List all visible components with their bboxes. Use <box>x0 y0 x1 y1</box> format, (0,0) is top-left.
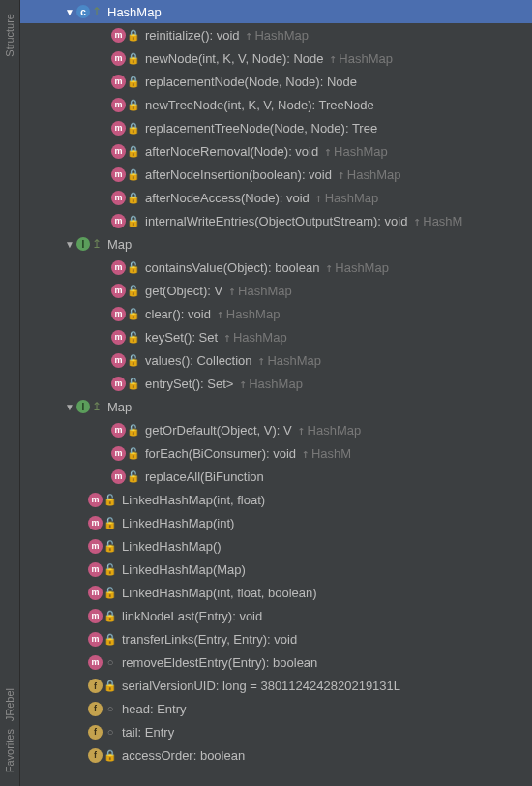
public-icon: 🔓 <box>128 261 139 274</box>
tree-method-row[interactable]: m 🔓getOrDefault(Object, V): V↑HashMap <box>20 418 532 441</box>
tree-method-row[interactable]: m 🔒newNode(int, K, V, Node): Node↑HashMa… <box>20 46 532 70</box>
signature-label: head: Entry <box>122 702 187 716</box>
signature-label: entrySet(): Set> <box>145 377 233 391</box>
tree-method-row[interactable]: m 🔓entrySet(): Set>↑HashMap <box>20 372 532 395</box>
signature-label: tail: Entry <box>122 725 174 740</box>
favorites-tool-tab[interactable]: Favorites <box>4 729 15 772</box>
public-icon: 🔓 <box>128 354 139 367</box>
signature-label: LinkedHashMap(int, float) <box>122 493 265 507</box>
method-icon: m <box>111 75 126 89</box>
method-icon: m <box>88 516 103 530</box>
method-icon: m <box>111 98 126 112</box>
tree-method-row[interactable]: m 🔒newTreeNode(int, K, V, Node): TreeNod… <box>20 93 532 116</box>
inherited-from: ↑HashM <box>302 446 351 461</box>
tree-method-row[interactable]: f ○head: Entry <box>20 697 532 720</box>
tree-method-row[interactable]: m 🔒afterNodeInsertion(boolean): void↑Has… <box>20 163 532 186</box>
tree-method-row[interactable]: m 🔓clear(): void↑HashMap <box>20 302 532 325</box>
method-icon: m <box>88 562 103 577</box>
method-icon: m <box>111 260 126 275</box>
tree-method-row[interactable]: m 🔓get(Object): V↑HashMap <box>20 279 532 302</box>
public-icon: 🔓 <box>128 447 139 460</box>
tree-method-row[interactable]: m 🔓keySet(): Set↑HashMap <box>20 325 532 348</box>
inherited-from: ↑HashMap <box>228 284 291 298</box>
public-icon: 🔓 <box>104 563 116 576</box>
tree-method-row[interactable]: m 🔓LinkedHashMap(Map) <box>20 558 532 581</box>
tree-method-row[interactable]: f 🔒accessOrder: boolean <box>20 743 532 767</box>
signature-label: replacementNode(Node, Node): Node <box>145 75 357 89</box>
expand-arrow-icon[interactable]: ▼ <box>63 239 76 250</box>
method-icon: m <box>111 423 126 438</box>
public-icon: 🔓 <box>128 285 139 297</box>
public-icon: 🔓 <box>104 517 116 529</box>
tree-method-row[interactable]: m 🔒linkNodeLast(Entry): void <box>20 604 532 627</box>
signature-label: clear(): void <box>145 307 211 321</box>
method-icon: m <box>111 214 126 228</box>
inherited-from: ↑HashMap <box>315 191 378 205</box>
method-icon: m <box>111 121 126 136</box>
signature-label: newNode(int, K, V, Node): Node <box>145 51 324 66</box>
signature-label: values(): Collection <box>145 353 252 368</box>
signature-label: LinkedHashMap(int, float, boolean) <box>122 586 317 600</box>
tree-method-row[interactable]: m 🔓LinkedHashMap(int, float, boolean) <box>20 581 532 604</box>
inherited-from: ↑HashMap <box>298 423 361 438</box>
inherited-from: ↑HashMap <box>338 167 400 182</box>
inherited-from: ↑HashMap <box>217 307 280 321</box>
signature-label: serialVersionUID: long = 380112424282021… <box>122 679 400 693</box>
signature-label: LinkedHashMap(Map) <box>122 562 246 577</box>
field-icon: f <box>88 725 103 740</box>
tree-method-row[interactable]: m 🔓replaceAll(BiFunction <box>20 465 532 488</box>
private-icon: 🔒 <box>128 192 139 204</box>
method-icon: m <box>111 330 126 345</box>
override-up-icon: ↥ <box>92 5 102 18</box>
tree-method-row[interactable]: m 🔒afterNodeAccess(Node): void↑HashMap <box>20 186 532 209</box>
tree-method-row[interactable]: f ○tail: Entry <box>20 720 532 743</box>
signature-label: getOrDefault(Object, V): V <box>145 423 292 438</box>
structure-tree[interactable]: ▼ c ↥ HashMap m 🔒reinitialize(): void↑Ha… <box>20 0 532 786</box>
expand-arrow-icon[interactable]: ▼ <box>63 402 76 412</box>
class-node-hashmap[interactable]: ▼ c ↥ HashMap <box>20 0 532 23</box>
tree-method-row[interactable]: f 🔒serialVersionUID: long = 380112424282… <box>20 674 532 697</box>
field-icon: f <box>88 702 103 716</box>
tree-method-row[interactable]: m 🔒reinitialize(): void↑HashMap <box>20 23 532 46</box>
signature-label: afterNodeRemoval(Node): void <box>145 144 318 159</box>
tree-method-row[interactable]: m 🔒internalWriteEntries(ObjectOutputStre… <box>20 209 532 232</box>
method-icon: m <box>111 51 126 66</box>
inherited-from: ↑HashMap <box>246 28 309 43</box>
tree-method-row[interactable]: m 🔒replacementNode(Node, Node): Node <box>20 70 532 93</box>
override-up-icon: ↥ <box>92 400 102 413</box>
inherited-from: ↑HashM <box>413 214 462 228</box>
tree-method-row[interactable]: m 🔓values(): Collection↑HashMap <box>20 348 532 372</box>
package-icon: ○ <box>104 656 116 668</box>
tree-method-row[interactable]: m 🔓LinkedHashMap(int) <box>20 511 532 534</box>
tree-method-row[interactable]: m 🔒afterNodeRemoval(Node): void↑HashMap <box>20 139 532 163</box>
method-icon: m <box>111 144 126 159</box>
tree-method-row[interactable]: m ○removeEldestEntry(Entry): boolean <box>20 650 532 674</box>
tree-method-row[interactable]: m 🔒replacementTreeNode(Node, Node): Tree <box>20 116 532 139</box>
public-icon: 🔓 <box>128 378 139 390</box>
tree-method-row[interactable]: m 🔓LinkedHashMap(int, float) <box>20 488 532 511</box>
method-icon: m <box>111 353 126 368</box>
tree-method-row[interactable]: m 🔓containsValue(Object): boolean↑HashMa… <box>20 256 532 279</box>
method-icon: m <box>88 632 103 647</box>
private-icon: 🔒 <box>128 215 139 227</box>
tree-method-row[interactable]: m 🔓forEach(BiConsumer): void↑HashM <box>20 441 532 465</box>
tree-method-row[interactable]: m 🔓LinkedHashMap() <box>20 534 532 558</box>
signature-label: reinitialize(): void <box>145 28 240 43</box>
expand-arrow-icon[interactable]: ▼ <box>63 7 76 17</box>
inherited-from: ↑HashMap <box>324 144 387 159</box>
tree-method-row[interactable]: m 🔒transferLinks(Entry, Entry): void <box>20 627 532 650</box>
structure-tool-tab[interactable]: Structure <box>4 14 15 57</box>
interface-node-map[interactable]: ▼ I ↥ Map <box>20 232 532 256</box>
method-icon: m <box>111 284 126 298</box>
inherited-from: ↑HashMap <box>258 353 321 368</box>
inherited-from: ↑HashMap <box>325 260 388 275</box>
jrebel-tool-tab[interactable]: JRebel <box>4 688 15 721</box>
inherited-from: ↑HashMap <box>223 330 286 345</box>
interface-node-map[interactable]: ▼ I ↥ Map <box>20 395 532 418</box>
signature-label: accessOrder: boolean <box>122 748 245 763</box>
inherited-from: ↑HashMap <box>330 51 393 66</box>
method-icon: m <box>88 586 103 600</box>
tool-window-stripe[interactable]: Structure JRebel Favorites <box>0 0 20 786</box>
method-icon: m <box>111 191 126 205</box>
public-icon: 🔓 <box>104 587 116 599</box>
